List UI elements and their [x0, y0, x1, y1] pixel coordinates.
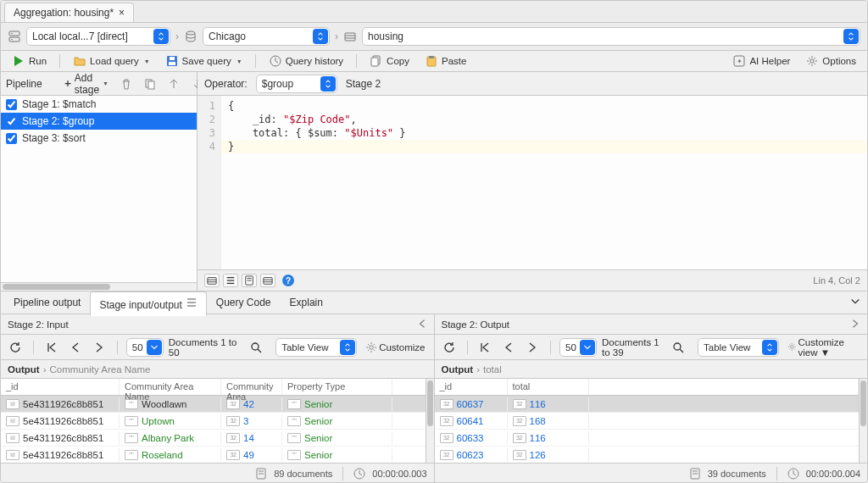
- next-page-button[interactable]: [523, 340, 542, 355]
- run-button[interactable]: Run: [6, 52, 53, 70]
- reload-button[interactable]: [6, 340, 25, 355]
- find-button[interactable]: [669, 340, 687, 355]
- page-size-select[interactable]: 50: [126, 338, 164, 357]
- chevron-down-icon: [580, 340, 595, 355]
- server-select[interactable]: Local local...7 [direct]: [26, 27, 170, 46]
- separator: [33, 341, 34, 354]
- reload-button[interactable]: [440, 340, 459, 355]
- load-label: Load query: [90, 56, 139, 66]
- string-icon: [125, 399, 138, 409]
- save-query-button[interactable]: Save query: [159, 52, 248, 70]
- help-icon[interactable]: ?: [282, 275, 294, 286]
- table-row[interactable]: 5e4311926c8b851Albany Park14Senior: [1, 430, 426, 447]
- tab-aggregation[interactable]: Aggregation: housing* ×: [4, 3, 134, 22]
- editor-footer: ? Lin 4, Col 2: [198, 270, 867, 291]
- chevron-right-icon: ›: [476, 364, 480, 375]
- table-row[interactable]: 60623126: [435, 447, 860, 463]
- find-button[interactable]: [247, 340, 265, 355]
- customize-button[interactable]: Customize: [362, 340, 428, 355]
- cell-area: 49: [221, 448, 282, 462]
- tab-explain[interactable]: Explain: [281, 291, 332, 314]
- paste-button[interactable]: Paste: [419, 52, 472, 70]
- stage-label: Stage 3: $sort: [22, 132, 86, 144]
- code-editor[interactable]: 1234 { _id: "$Zip Code", total: { $sum: …: [198, 96, 867, 270]
- tab-pipeline-output[interactable]: Pipeline output: [4, 291, 90, 314]
- cell-ptype: Senior: [282, 414, 392, 428]
- move-up-button[interactable]: [164, 76, 183, 92]
- collection-value: housing: [368, 31, 403, 42]
- table-row[interactable]: 60637116: [435, 396, 860, 413]
- v-scrollbar[interactable]: [426, 379, 434, 463]
- prev-page-button[interactable]: [66, 340, 85, 355]
- collection-select[interactable]: housing: [362, 27, 860, 46]
- stage-item[interactable]: Stage 2: $group: [1, 113, 197, 130]
- bread-output: Output: [8, 364, 40, 375]
- string-icon: [125, 433, 138, 443]
- view-mode-3[interactable]: [242, 274, 257, 287]
- stage-checkbox[interactable]: [6, 116, 17, 127]
- code-body[interactable]: { _id: "$Zip Code", total: { $sum: "$Uni…: [221, 96, 867, 269]
- paste-label: Paste: [442, 56, 466, 66]
- stage-item[interactable]: Stage 3: $sort: [1, 130, 197, 147]
- tab-query-code[interactable]: Query Code: [207, 291, 281, 314]
- customize-view-button[interactable]: Customize view ▼: [784, 336, 862, 359]
- number-icon: [440, 399, 453, 409]
- number-icon: [226, 416, 240, 426]
- copy-button[interactable]: Copy: [364, 52, 415, 70]
- tab-label: Explain: [290, 297, 323, 308]
- table-row[interactable]: 5e4311926c8b851Roseland49Senior: [1, 447, 426, 463]
- add-stage-button[interactable]: ＋Add stage: [59, 70, 112, 97]
- col-id[interactable]: _id: [1, 379, 120, 395]
- col-total[interactable]: total: [508, 379, 589, 395]
- load-query-button[interactable]: Load query: [67, 52, 155, 70]
- next-page-button[interactable]: [90, 340, 108, 355]
- table-row[interactable]: 60641168: [435, 413, 860, 430]
- ai-helper-button[interactable]: AI Helper: [726, 52, 796, 70]
- objectid-icon: [6, 433, 19, 443]
- trash-icon: [120, 78, 132, 90]
- operator-select[interactable]: $group: [256, 75, 337, 93]
- table-row[interactable]: 5e4311926c8b851Woodlawn42Senior: [1, 396, 426, 413]
- first-page-button[interactable]: [42, 340, 61, 355]
- string-icon: [125, 450, 138, 460]
- close-icon[interactable]: ×: [119, 7, 125, 19]
- h-scrollbar[interactable]: [1, 282, 197, 291]
- v-scrollbar[interactable]: [859, 379, 867, 463]
- view-mode-2[interactable]: [223, 274, 238, 287]
- result-tabs: Pipeline output Stage input/output Query…: [1, 291, 867, 314]
- tab-stage-io[interactable]: Stage input/output: [90, 291, 206, 316]
- stage-checkbox[interactable]: [6, 99, 17, 110]
- view-mode-4[interactable]: [260, 274, 275, 287]
- query-history-button[interactable]: Query history: [263, 52, 349, 70]
- col-area[interactable]: Community Area: [221, 379, 282, 395]
- cell-ptype: Senior: [282, 431, 392, 445]
- collapse-results[interactable]: [847, 293, 864, 313]
- updown-icon: [313, 29, 328, 44]
- col-name[interactable]: Community Area Name: [120, 379, 221, 395]
- output-header: Stage 2: Output: [435, 314, 868, 335]
- table-row[interactable]: 60633116: [435, 430, 860, 447]
- collapse-right-icon[interactable]: [850, 319, 860, 330]
- table-row[interactable]: 5e4311926c8b851Uptown3Senior: [1, 413, 426, 430]
- col-ptype[interactable]: Property Type: [282, 379, 392, 395]
- view-mode-1[interactable]: [204, 274, 220, 287]
- collection-icon: [343, 30, 357, 43]
- collapse-left-icon[interactable]: [417, 319, 427, 330]
- delete-stage-button[interactable]: [117, 76, 136, 92]
- objectid-icon: [6, 416, 19, 426]
- options-button[interactable]: Options: [799, 52, 862, 70]
- pipeline-label: Pipeline: [6, 78, 42, 90]
- database-select[interactable]: Chicago: [203, 27, 330, 46]
- folder-icon: [73, 54, 86, 68]
- view-mode-select[interactable]: Table View: [275, 338, 357, 357]
- stage-checkbox[interactable]: [6, 133, 17, 144]
- page-size-select[interactable]: 50: [559, 338, 597, 357]
- col-id[interactable]: _id: [435, 379, 508, 395]
- view-mode-select[interactable]: Table View: [698, 338, 779, 357]
- prev-page-button[interactable]: [499, 340, 518, 355]
- first-page-button[interactable]: [476, 340, 494, 355]
- string-icon: [287, 416, 301, 426]
- stage-item[interactable]: Stage 1: $match: [1, 96, 197, 113]
- duplicate-stage-button[interactable]: [141, 76, 159, 92]
- stage-input-pane: Stage 2: Input 50 Documents 1 to 50 Tabl…: [1, 314, 435, 483]
